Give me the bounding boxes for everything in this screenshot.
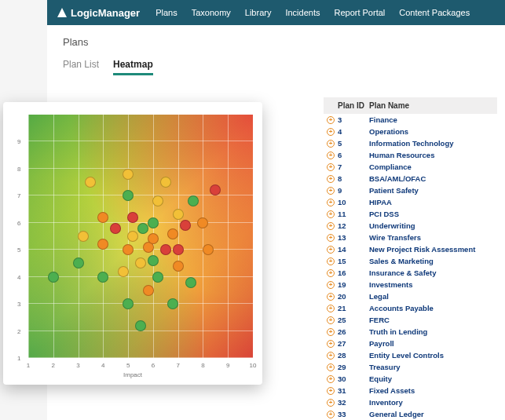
heatmap-point[interactable] [135,257,146,268]
heatmap-point[interactable] [78,231,89,242]
table-row[interactable]: +14New Project Risk Assessment [324,243,497,255]
nav-item-content-packages[interactable]: Content Packages [399,8,470,17]
expand-icon[interactable]: + [327,163,335,171]
expand-icon[interactable]: + [327,375,335,383]
plan-name[interactable]: New Project Risk Assessment [369,244,497,254]
plan-id[interactable]: 33 [338,409,369,419]
plan-name[interactable]: Entity Level Controls [369,350,497,360]
heatmap-point[interactable] [167,228,178,239]
plan-id[interactable]: 11 [338,209,369,219]
heatmap-point[interactable] [173,261,184,272]
plan-name[interactable]: Accounts Payable [369,303,497,313]
expand-icon[interactable]: + [327,210,335,218]
table-row[interactable]: +10HIPAA [324,196,497,208]
expand-icon[interactable]: + [327,363,335,371]
nav-item-report-portal[interactable]: Report Portal [334,8,385,17]
plan-id[interactable]: 9 [338,185,369,195]
plan-name[interactable]: Equity [369,374,497,384]
expand-icon[interactable]: + [327,399,335,407]
expand-icon[interactable]: + [327,222,335,230]
heatmap-point[interactable] [135,320,146,331]
plan-name[interactable]: Legal [369,291,497,301]
col-header-name[interactable]: Plan Name [369,101,497,110]
table-row[interactable]: +19Investments [324,279,497,290]
plan-id[interactable]: 3 [338,115,369,125]
table-row[interactable]: +33General Ledger [324,408,497,420]
plan-id[interactable]: 25 [338,315,369,325]
brand[interactable]: LogicManager [57,7,140,19]
table-row[interactable]: +30Equity [324,373,497,385]
heatmap-point[interactable] [73,257,84,268]
nav-item-plans[interactable]: Plans [156,8,177,17]
expand-icon[interactable]: + [327,187,335,195]
plan-name[interactable]: Underwriting [369,221,497,231]
table-row[interactable]: +12Underwriting [324,220,497,232]
heatmap-point[interactable] [137,223,148,234]
table-row[interactable]: +13Wire Transfers [324,232,497,243]
heatmap-point[interactable] [160,177,171,188]
plan-name[interactable]: General Ledger [369,409,497,419]
heatmap-point[interactable] [97,212,108,223]
plan-name[interactable]: Treasury [369,362,497,372]
plan-id[interactable]: 30 [338,374,369,384]
plan-id[interactable]: 32 [338,397,369,407]
plan-name[interactable]: PCI DSS [369,209,497,219]
table-row[interactable]: +20Legal [324,290,497,302]
table-row[interactable]: +21Accounts Payable [324,302,497,314]
heatmap-point[interactable] [148,255,159,266]
table-row[interactable]: +11PCI DSS [324,208,497,220]
plan-name[interactable]: Compliance [369,162,497,172]
expand-icon[interactable]: + [327,316,335,324]
expand-icon[interactable]: + [327,175,335,183]
expand-icon[interactable]: + [327,140,335,148]
expand-icon[interactable]: + [327,234,335,242]
nav-item-incidents[interactable]: Incidents [285,8,320,17]
expand-icon[interactable]: + [327,340,335,348]
plan-id[interactable]: 31 [338,385,369,396]
table-row[interactable]: +16Insurance & Safety [324,267,497,279]
tab-heatmap[interactable]: Heatmap [113,59,153,75]
plan-id[interactable]: 26 [338,327,369,337]
plan-id[interactable]: 28 [338,350,369,360]
plan-id[interactable]: 12 [338,221,369,231]
expand-icon[interactable]: + [327,269,335,277]
plan-name[interactable]: Sales & Marketing [369,256,497,266]
expand-icon[interactable]: + [327,257,335,265]
heatmap-point[interactable] [210,184,221,195]
expand-icon[interactable]: + [327,152,335,159]
heatmap-point[interactable] [180,220,191,231]
expand-icon[interactable]: + [327,328,335,336]
table-row[interactable]: +26Truth in Lending [324,326,497,338]
plan-id[interactable]: 10 [338,197,369,207]
plan-id[interactable]: 4 [338,126,369,137]
nav-item-taxonomy[interactable]: Taxonomy [192,8,231,17]
heatmap-point[interactable] [160,244,171,255]
plan-id[interactable]: 8 [338,173,369,184]
expand-icon[interactable]: + [327,293,335,301]
heatmap-point[interactable] [197,217,208,228]
table-row[interactable]: +29Treasury [324,361,497,373]
plan-name[interactable]: Insurance & Safety [369,268,497,278]
heatmap-point[interactable] [127,212,138,223]
table-row[interactable]: +4Operations [324,126,497,137]
heatmap-point[interactable] [123,190,134,201]
plan-id[interactable]: 20 [338,291,369,301]
heatmap-point[interactable] [97,272,108,283]
plan-name[interactable]: Investments [369,279,497,290]
plan-name[interactable]: FERC [369,315,497,325]
plan-id[interactable]: 19 [338,279,369,290]
plan-id[interactable]: 29 [338,362,369,372]
heatmap-point[interactable] [188,195,199,206]
heatmap-point[interactable] [152,272,163,283]
plan-id[interactable]: 21 [338,303,369,313]
heatmap-point[interactable] [97,239,108,250]
plan-name[interactable]: Finance [369,115,497,125]
plan-name[interactable]: HIPAA [369,197,497,207]
heatmap-point[interactable] [203,244,214,255]
plan-id[interactable]: 13 [338,232,369,243]
table-row[interactable]: +32Inventory [324,396,497,408]
table-row[interactable]: +3Finance [324,114,497,126]
table-row[interactable]: +27Payroll [324,338,497,349]
expand-icon[interactable]: + [327,411,335,418]
table-row[interactable]: +25FERC [324,314,497,326]
